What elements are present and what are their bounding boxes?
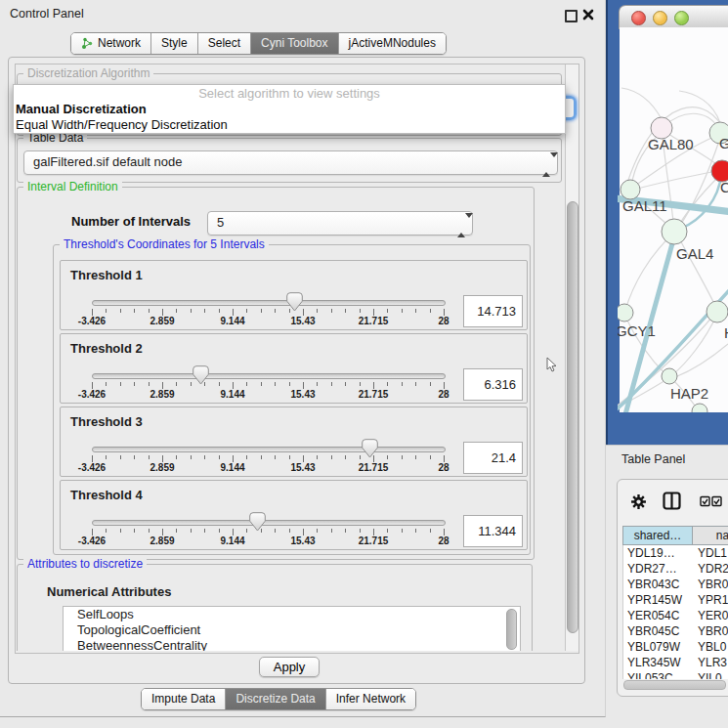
vertical-scrollbar[interactable] (565, 64, 578, 651)
table-row[interactable]: YBR043CYBR0 (623, 577, 728, 592)
slider-track[interactable] (92, 300, 446, 306)
popup-item-equal-width-frequency-discretization[interactable]: Equal Width/Frequency Discretization (14, 117, 565, 133)
apply-button[interactable]: Apply (259, 657, 320, 677)
close-icon[interactable] (582, 9, 594, 21)
tick-mark (345, 529, 346, 533)
table-row[interactable]: YBL079WYBL0 (623, 639, 728, 655)
tick-mark (415, 455, 416, 459)
tick-mark (176, 529, 177, 533)
thresholds-group-label: Threshold's Coordinates for 5 Intervals (60, 237, 269, 251)
table-cell[interactable]: YDL1 (694, 545, 728, 561)
table-data-combo-value: galFiltered.sif default node (33, 151, 182, 173)
tab-network[interactable]: Network (71, 33, 151, 54)
list-scrollbar[interactable] (506, 609, 517, 650)
slider-tick-labels: -3.4262.8599.14415.4321.71528 (61, 389, 527, 401)
checkboxes-icon[interactable] (700, 495, 723, 507)
table-row[interactable]: YLR345WYLR3 (623, 655, 728, 670)
column-header-shared-name[interactable]: shared… (622, 526, 693, 545)
table-row[interactable]: YPR145WYPR1 (623, 592, 728, 608)
slider-track[interactable] (92, 447, 446, 452)
tick-label: 9.144 (203, 389, 262, 400)
table-cell[interactable]: YPR145W (623, 592, 694, 608)
tick-mark (387, 382, 388, 386)
tab-style[interactable]: Style (151, 33, 198, 54)
table-cell[interactable]: YPR1 (694, 592, 728, 608)
zoom-button[interactable] (674, 11, 689, 25)
table-cell[interactable]: YDL19… (623, 545, 694, 561)
tick-mark (444, 382, 445, 389)
columns-icon[interactable] (663, 492, 681, 510)
numerical-attributes-list[interactable]: SelfLoopsTopologicalCoefficientBetweenne… (63, 606, 521, 651)
table-cell[interactable]: YBL079W (623, 639, 694, 655)
float-icon[interactable] (565, 10, 578, 22)
slider-tick-labels: -3.4262.8599.14415.4321.71528 (61, 462, 527, 474)
settings-scrollpane: Discretization Algorithm Table Data galF… (15, 64, 579, 654)
tick-mark (289, 382, 290, 386)
table-row[interactable]: YDR27…YDR2 (623, 561, 728, 577)
vertical-scrollbar-thumb[interactable] (567, 201, 578, 633)
tick-label: 15.43 (274, 462, 332, 473)
tick-label: 2.859 (133, 535, 192, 546)
tick-label: 21.715 (344, 462, 403, 473)
tick-mark (387, 529, 388, 533)
table-cell[interactable]: YIL0 (694, 670, 728, 679)
table-row[interactable]: YBR045CYBR0 (623, 623, 728, 639)
tick-mark (176, 455, 177, 459)
tab-impute-data[interactable]: Impute Data (142, 689, 226, 709)
tick-mark (317, 382, 318, 386)
threshold-value-field[interactable]: 14.713 (463, 295, 523, 327)
network-window-titlebar[interactable] (619, 5, 728, 29)
tick-mark (331, 309, 332, 313)
table-row[interactable]: YIL053CYIL0 (623, 670, 728, 679)
tick-mark (261, 529, 262, 533)
table-cell[interactable]: YER054C (623, 608, 694, 623)
threshold-value-field[interactable]: 6.316 (463, 368, 523, 401)
attribute-item[interactable]: SelfLoops (64, 607, 520, 622)
tick-mark (360, 455, 361, 459)
table-cell[interactable]: YDR27… (623, 561, 694, 577)
table-cell[interactable]: YIL053C (623, 670, 694, 679)
slider-track[interactable] (92, 373, 446, 379)
table-cell[interactable]: YBL0 (694, 639, 728, 655)
horizontal-scrollbar[interactable] (623, 680, 726, 690)
table-cell[interactable]: YBR045C (623, 623, 694, 639)
table-cell[interactable]: YDR2 (694, 561, 728, 577)
slider-tick-labels: -3.4262.8599.14415.4321.71528 (61, 535, 527, 547)
table-cell[interactable]: YER0 (694, 608, 728, 623)
tab-cyni-toolbox[interactable]: Cyni Toolbox (251, 33, 338, 54)
threshold-value-field[interactable]: 21.4 (463, 442, 523, 474)
column-header-name[interactable]: na (693, 526, 728, 545)
gear-icon[interactable] (630, 493, 647, 510)
network-canvas[interactable] (620, 27, 728, 412)
table-row[interactable]: YER054CYER0 (623, 608, 728, 623)
minimize-button[interactable] (653, 11, 667, 25)
tick-mark (303, 529, 304, 535)
table-cell[interactable]: YBR043C (623, 577, 694, 592)
table-data-combo[interactable]: galFiltered.sif default node (23, 150, 558, 175)
table-row[interactable]: YDL19…YDL1 (623, 545, 728, 561)
popup-item-manual-discretization[interactable]: Manual Discretization (14, 102, 565, 117)
attribute-item[interactable]: BetweennessCentrality (64, 638, 520, 651)
tick-mark (219, 309, 220, 313)
tick-mark (162, 309, 163, 316)
close-button[interactable] (631, 11, 646, 25)
tab-infer-network[interactable]: Infer Network (326, 689, 415, 709)
tick-mark (360, 529, 361, 533)
table-cell[interactable]: YLR345W (623, 655, 694, 670)
tab-jactivemnodules[interactable]: jActiveMNodules (339, 33, 446, 54)
table-cell[interactable]: YBR0 (694, 577, 728, 592)
table-cell[interactable]: YBR0 (694, 623, 728, 639)
slider-track[interactable] (92, 520, 446, 526)
table-cell[interactable]: YLR3 (694, 655, 728, 670)
attribute-item[interactable]: TopologicalCoefficient (64, 622, 520, 638)
threshold-panel: Threshold 1 -3.4262.8599.14415.4321.7152… (60, 260, 528, 330)
number-of-intervals-combo[interactable]: 5 (207, 211, 473, 236)
threshold-value-field[interactable]: 11.344 (463, 515, 523, 547)
number-of-intervals-value: 5 (217, 212, 224, 234)
tab-discretize-data[interactable]: Discretize Data (226, 689, 325, 709)
settings-viewport: Discretization Algorithm Table Data galF… (16, 64, 565, 651)
tick-mark (149, 529, 150, 533)
tick-mark (92, 529, 93, 535)
slider-tick-labels: -3.4262.8599.14415.4321.71528 (61, 316, 527, 327)
tab-select[interactable]: Select (198, 33, 251, 54)
